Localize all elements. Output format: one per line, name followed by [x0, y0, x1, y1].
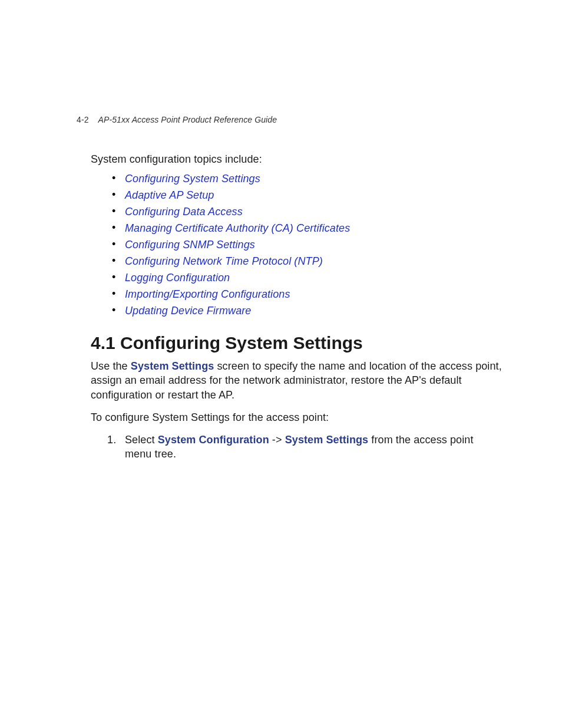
list-item: Adaptive AP Setup	[125, 187, 503, 203]
xref-link[interactable]: Managing Certificate Authority (CA) Cert…	[125, 222, 350, 234]
list-item: Configuring Data Access	[125, 203, 503, 220]
xref-link[interactable]: Configuring Data Access	[125, 206, 243, 218]
body-paragraph: To configure System Settings for the acc…	[91, 410, 503, 424]
section-heading: 4.1 Configuring System Settings	[91, 333, 503, 353]
xref-link[interactable]: Updating Device Firmware	[125, 305, 251, 317]
xref-link[interactable]: Logging Configuration	[125, 272, 230, 284]
doc-title: AP-51xx Access Point Product Reference G…	[98, 115, 277, 124]
list-item: Configuring Network Time Protocol (NTP)	[125, 253, 503, 269]
text: Select	[125, 434, 158, 446]
text: Use the	[91, 360, 131, 372]
body-paragraph: Use the System Settings screen to specif…	[91, 359, 503, 402]
text: ->	[269, 434, 285, 446]
ui-term: System Settings	[285, 434, 369, 446]
page-number: 4-2	[77, 115, 89, 124]
list-item: Importing/Exporting Configurations	[125, 286, 503, 302]
running-header: 4-2 AP-51xx Access Point Product Referen…	[77, 115, 277, 124]
list-item: Managing Certificate Authority (CA) Cert…	[125, 220, 503, 236]
step-list: Select System Configuration -> System Se…	[91, 433, 503, 462]
ui-term: System Settings	[131, 360, 214, 372]
ui-term: System Configuration	[158, 434, 269, 446]
intro-text: System configuration topics include:	[91, 153, 503, 166]
xref-link[interactable]: Adaptive AP Setup	[125, 189, 214, 201]
list-item: Logging Configuration	[125, 269, 503, 286]
xref-link[interactable]: Configuring Network Time Protocol (NTP)	[125, 255, 323, 267]
page: 4-2 AP-51xx Access Point Product Referen…	[0, 0, 562, 728]
topic-list: Configuring System Settings Adaptive AP …	[91, 170, 503, 319]
xref-link[interactable]: Configuring System Settings	[125, 173, 260, 185]
xref-link[interactable]: Configuring SNMP Settings	[125, 239, 255, 251]
list-item: Updating Device Firmware	[125, 302, 503, 319]
list-item: Configuring System Settings	[125, 170, 503, 187]
list-item: Configuring SNMP Settings	[125, 236, 503, 253]
xref-link[interactable]: Importing/Exporting Configurations	[125, 288, 290, 300]
step-item: Select System Configuration -> System Se…	[125, 433, 503, 462]
content-block: System configuration topics include: Con…	[91, 153, 503, 462]
